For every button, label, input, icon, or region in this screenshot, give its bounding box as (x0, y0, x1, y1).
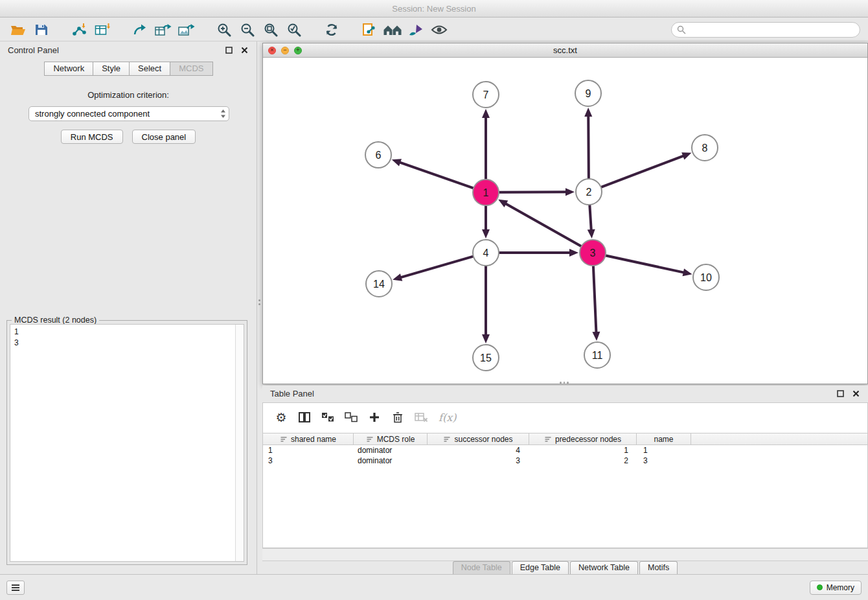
network-canvas[interactable]: 7968124314101511 (263, 58, 867, 384)
refresh-icon (325, 23, 339, 36)
show-columns-button[interactable] (298, 411, 311, 424)
search-field[interactable] (671, 22, 860, 38)
save-icon (34, 23, 49, 36)
cell-shared-name[interactable]: 3 (263, 456, 354, 466)
cell-mcds-role[interactable]: dominator (354, 445, 428, 456)
graph-edge-2-8[interactable] (602, 156, 683, 187)
cell-successor-nodes[interactable]: 4 (428, 445, 529, 456)
vertical-splitter-handle[interactable] (258, 299, 261, 307)
graph-edge-2-9[interactable] (588, 117, 589, 178)
new-table-button[interactable] (153, 20, 174, 40)
close-icon (852, 390, 860, 397)
tab-motifs[interactable]: Motifs (639, 561, 678, 574)
table-panel: Table Panel ⚙ (262, 386, 868, 574)
tab-style[interactable]: Style (93, 62, 130, 76)
close-window-button[interactable]: × (268, 47, 276, 54)
criterion-dropdown[interactable]: strongly connected component (29, 106, 229, 121)
tab-node-table[interactable]: Node Table (453, 561, 510, 574)
edge-arrowhead-icon (569, 249, 578, 257)
zoom-in-button[interactable] (214, 20, 234, 40)
cell-name[interactable]: 1 (637, 445, 691, 456)
table-settings-button[interactable]: ⚙ (275, 411, 288, 424)
graph-edge-3-1[interactable] (506, 204, 580, 246)
control-panel-title: Control Panel (8, 45, 59, 55)
graph-edge-3-10[interactable] (606, 255, 683, 272)
function-builder-button[interactable]: f(x) (439, 411, 456, 424)
zoom-out-button[interactable] (237, 20, 258, 40)
style-brush-button[interactable] (405, 20, 426, 40)
column-header-name[interactable]: name (637, 433, 691, 444)
delete-table-button[interactable] (415, 411, 428, 424)
copy-network-button[interactable] (359, 20, 380, 40)
save-session-button[interactable] (31, 20, 52, 40)
open-folder-icon (10, 23, 26, 36)
table-row[interactable]: 1 dominator 4 1 1 (263, 445, 867, 456)
cell-predecessor-nodes[interactable]: 2 (529, 456, 637, 466)
show-panel-list-button[interactable] (6, 581, 25, 595)
tab-network[interactable]: Network (44, 62, 93, 76)
edge-arrowhead-icon (482, 334, 490, 343)
mcds-result-list[interactable]: 1 3 (10, 324, 244, 562)
edge-arrowhead-icon (565, 188, 575, 196)
graph-node-label: 10 (700, 272, 712, 283)
close-control-panel-button[interactable] (240, 46, 249, 55)
maximize-window-button[interactable]: + (294, 47, 302, 54)
column-header-successor-nodes[interactable]: successor nodes (428, 433, 529, 444)
new-network-from-selection-button[interactable] (130, 20, 150, 40)
checked-boxes-icon (321, 412, 334, 422)
result-scrollbar[interactable] (235, 325, 244, 561)
zoom-selected-button[interactable] (284, 20, 304, 40)
table-scrollbar-track[interactable] (262, 548, 868, 561)
mcds-result-title: MCDS result (2 nodes) (12, 316, 99, 325)
unselect-all-columns-button[interactable] (345, 411, 358, 424)
table-panel-body: ⚙ (262, 402, 868, 548)
import-network-button[interactable] (69, 20, 89, 40)
table-row[interactable]: 3 dominator 3 2 3 (263, 456, 867, 466)
export-image-button[interactable] (176, 20, 197, 40)
show-hide-button[interactable] (429, 20, 450, 40)
cell-successor-nodes[interactable]: 3 (428, 456, 529, 466)
graph-edge-1-6[interactable] (400, 163, 473, 188)
table-panel-title: Table Panel (270, 389, 314, 398)
cell-name[interactable]: 3 (637, 456, 691, 466)
float-table-panel-button[interactable] (836, 389, 845, 398)
zoom-fit-button[interactable] (260, 20, 281, 40)
cell-shared-name[interactable]: 1 (263, 445, 354, 456)
network-window-titlebar[interactable]: scc.txt × − + (263, 43, 867, 58)
edge-arrowhead-icon (683, 268, 692, 276)
table-toolbar: ⚙ (263, 403, 867, 430)
open-session-button[interactable] (8, 20, 29, 40)
horizontal-splitter-handle[interactable] (560, 382, 569, 384)
run-mcds-button[interactable]: Run MCDS (61, 130, 123, 144)
memory-button[interactable]: Memory (810, 581, 862, 595)
graph-edge-4-14[interactable] (402, 257, 473, 277)
sort-icon (544, 435, 552, 443)
cell-predecessor-nodes[interactable]: 1 (529, 445, 637, 456)
tab-mcds[interactable]: MCDS (170, 62, 212, 76)
apply-layout-button[interactable] (321, 20, 342, 40)
edge-arrowhead-icon (392, 159, 402, 166)
zoom-in-icon (217, 23, 231, 37)
float-panel-button[interactable] (224, 46, 233, 55)
column-header-mcds-role[interactable]: MCDS role (354, 433, 428, 444)
graph-edge-2-3[interactable] (589, 205, 591, 229)
delete-column-button[interactable] (391, 411, 404, 424)
minimize-window-button[interactable]: − (281, 47, 289, 54)
import-table-button[interactable] (92, 20, 113, 40)
column-header-shared-name[interactable]: shared name (263, 433, 354, 444)
edge-arrowhead-icon (681, 152, 691, 159)
graph-edge-1-2[interactable] (499, 192, 565, 192)
select-all-columns-button[interactable] (321, 411, 334, 424)
column-header-predecessor-nodes[interactable]: predecessor nodes (529, 433, 637, 444)
close-panel-action-button[interactable]: Close panel (132, 130, 196, 144)
graph-edge-3-11[interactable] (593, 266, 596, 332)
home-networks-button[interactable] (382, 20, 403, 40)
create-column-button[interactable] (368, 411, 381, 424)
tab-network-table[interactable]: Network Table (570, 561, 638, 574)
tab-select[interactable]: Select (129, 62, 170, 76)
close-table-panel-button[interactable] (851, 389, 860, 398)
search-input[interactable] (689, 25, 854, 34)
tab-edge-table[interactable]: Edge Table (512, 561, 569, 574)
cell-mcds-role[interactable]: dominator (354, 456, 428, 466)
graph-node-label: 4 (483, 248, 489, 259)
